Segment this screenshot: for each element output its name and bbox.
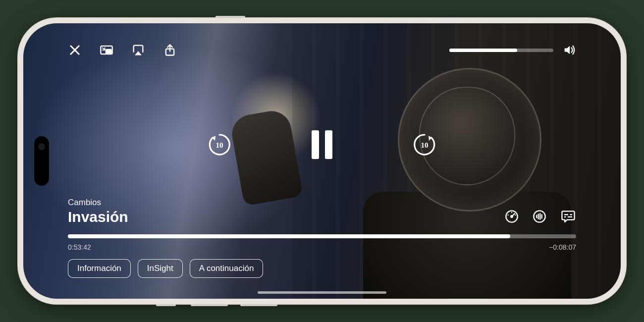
- home-indicator[interactable]: [258, 291, 386, 294]
- forward-10-icon: 10: [412, 132, 437, 158]
- upnext-tab[interactable]: A continuación: [190, 259, 264, 278]
- pause-button[interactable]: [312, 130, 332, 159]
- pip-button[interactable]: [100, 43, 113, 57]
- progress-slider[interactable]: [68, 234, 576, 238]
- time-elapsed: 0:53:42: [68, 243, 91, 251]
- close-button[interactable]: [68, 43, 82, 57]
- svg-text:10: 10: [216, 141, 223, 149]
- audio-wave-icon: [533, 210, 546, 223]
- pip-icon: [100, 43, 113, 57]
- progress-fill: [68, 234, 510, 238]
- info-tab[interactable]: Información: [68, 259, 131, 278]
- speed-icon: [505, 210, 519, 223]
- share-icon: [163, 43, 177, 57]
- subtitles-button[interactable]: [560, 210, 576, 223]
- share-button[interactable]: [163, 43, 177, 57]
- audio-options-button[interactable]: [533, 210, 546, 223]
- svg-line-11: [508, 215, 509, 215]
- speaker-icon: [562, 43, 576, 57]
- svg-line-12: [515, 215, 516, 215]
- phone-frame: 10 10 Cambios Inva: [17, 17, 627, 305]
- volume-slider[interactable]: [449, 49, 553, 52]
- dynamic-island: [34, 136, 49, 186]
- speaker-button[interactable]: [562, 43, 576, 57]
- pause-icon: [312, 130, 319, 159]
- svg-line-9: [512, 214, 515, 216]
- rewind-10-button[interactable]: 10: [207, 132, 232, 158]
- subtitles-icon: [560, 210, 576, 223]
- airplay-button[interactable]: [131, 43, 145, 57]
- svg-rect-3: [106, 50, 111, 54]
- video-player-screen: 10 10 Cambios Inva: [23, 23, 621, 299]
- show-title: Invasión: [68, 209, 128, 225]
- forward-10-button[interactable]: 10: [412, 132, 437, 158]
- episode-subtitle: Cambios: [68, 198, 128, 208]
- time-remaining: −0:08:07: [549, 243, 576, 251]
- playback-speed-button[interactable]: [505, 210, 519, 223]
- volume-fill: [449, 49, 517, 52]
- rewind-10-icon: 10: [207, 132, 232, 158]
- close-icon: [68, 43, 82, 57]
- airplay-icon: [131, 43, 145, 57]
- insight-tab[interactable]: InSight: [138, 259, 183, 278]
- svg-text:10: 10: [421, 141, 429, 149]
